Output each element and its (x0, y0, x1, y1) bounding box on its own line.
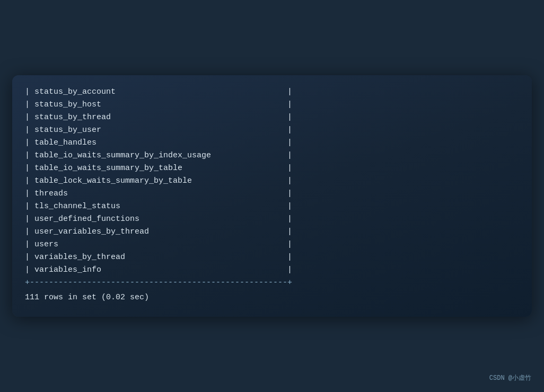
table-row: | user_defined_functions | (25, 213, 519, 226)
table-row: | status_by_account | (25, 86, 519, 99)
table-row: | status_by_thread | (25, 111, 519, 124)
table-row: | variables_by_thread | (25, 251, 519, 264)
table-row: | user_variables_by_thread | (25, 226, 519, 238)
table-row: | table_io_waits_summary_by_table | (25, 162, 519, 175)
table-row: | status_by_host | (25, 99, 519, 111)
table-row: | table_lock_waits_summary_by_table | (25, 175, 519, 188)
table-row: | threads | (25, 188, 519, 200)
table-row: | table_io_waits_summary_by_index_usage … (25, 149, 519, 162)
table-row: | status_by_user | (25, 124, 519, 137)
table-row: | variables_info | (25, 264, 519, 277)
table-row: | users | (25, 238, 519, 251)
separator-bottom: +---------------------------------------… (25, 277, 519, 289)
table-row: | table_handles | (25, 137, 519, 149)
terminal-window: | status_by_account || status_by_host ||… (12, 75, 532, 317)
table-content: | status_by_account || status_by_host ||… (25, 86, 519, 277)
result-text: 111 rows in set (0.02 sec) (25, 291, 519, 304)
table-row: | tls_channel_status | (25, 200, 519, 213)
watermark: CSDN @小虚竹 (489, 373, 531, 382)
